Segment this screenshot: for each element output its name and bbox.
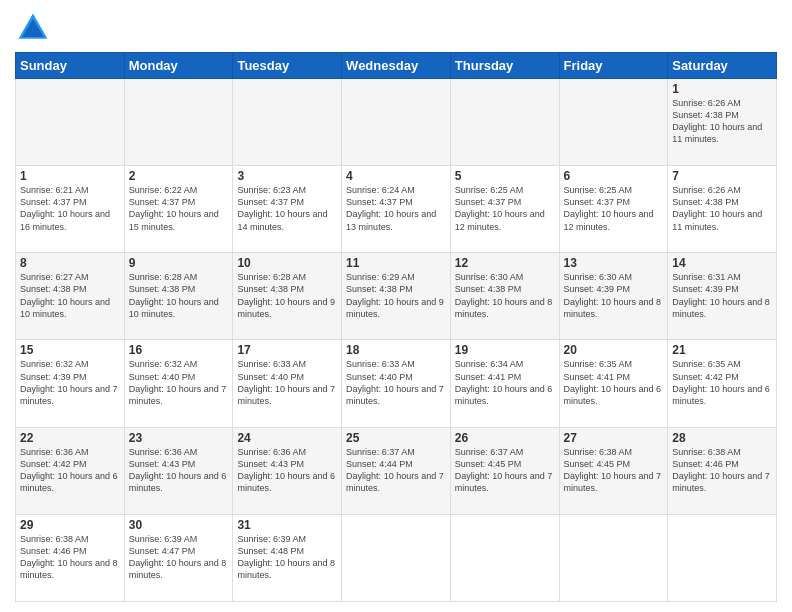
- calendar-cell: 20Sunrise: 6:35 AMSunset: 4:41 PMDayligh…: [559, 340, 668, 427]
- day-header-thursday: Thursday: [450, 53, 559, 79]
- calendar: SundayMondayTuesdayWednesdayThursdayFrid…: [15, 52, 777, 602]
- calendar-cell: 10Sunrise: 6:28 AMSunset: 4:38 PMDayligh…: [233, 253, 342, 340]
- day-info: Sunrise: 6:28 AMSunset: 4:38 PMDaylight:…: [129, 271, 229, 320]
- calendar-cell: 7Sunrise: 6:26 AMSunset: 4:38 PMDaylight…: [668, 166, 777, 253]
- day-info: Sunrise: 6:36 AMSunset: 4:43 PMDaylight:…: [237, 446, 337, 495]
- day-info: Sunrise: 6:38 AMSunset: 4:46 PMDaylight:…: [20, 533, 120, 582]
- page: SundayMondayTuesdayWednesdayThursdayFrid…: [0, 0, 792, 612]
- calendar-cell: [450, 79, 559, 166]
- day-info: Sunrise: 6:22 AMSunset: 4:37 PMDaylight:…: [129, 184, 229, 233]
- day-number: 13: [564, 256, 664, 270]
- day-info: Sunrise: 6:24 AMSunset: 4:37 PMDaylight:…: [346, 184, 446, 233]
- day-info: Sunrise: 6:25 AMSunset: 4:37 PMDaylight:…: [564, 184, 664, 233]
- calendar-cell: [342, 514, 451, 601]
- day-number: 17: [237, 343, 337, 357]
- calendar-cell: 4Sunrise: 6:24 AMSunset: 4:37 PMDaylight…: [342, 166, 451, 253]
- day-number: 29: [20, 518, 120, 532]
- day-number: 28: [672, 431, 772, 445]
- calendar-table: SundayMondayTuesdayWednesdayThursdayFrid…: [15, 52, 777, 602]
- calendar-cell: 5Sunrise: 6:25 AMSunset: 4:37 PMDaylight…: [450, 166, 559, 253]
- calendar-cell: 3Sunrise: 6:23 AMSunset: 4:37 PMDaylight…: [233, 166, 342, 253]
- day-info: Sunrise: 6:38 AMSunset: 4:45 PMDaylight:…: [564, 446, 664, 495]
- logo-icon: [15, 10, 51, 46]
- calendar-cell: 12Sunrise: 6:30 AMSunset: 4:38 PMDayligh…: [450, 253, 559, 340]
- day-info: Sunrise: 6:30 AMSunset: 4:39 PMDaylight:…: [564, 271, 664, 320]
- day-number: 19: [455, 343, 555, 357]
- day-number: 11: [346, 256, 446, 270]
- day-number: 14: [672, 256, 772, 270]
- day-info: Sunrise: 6:30 AMSunset: 4:38 PMDaylight:…: [455, 271, 555, 320]
- calendar-cell: 9Sunrise: 6:28 AMSunset: 4:38 PMDaylight…: [124, 253, 233, 340]
- day-info: Sunrise: 6:31 AMSunset: 4:39 PMDaylight:…: [672, 271, 772, 320]
- day-number: 8: [20, 256, 120, 270]
- calendar-week-1: 1Sunrise: 6:26 AMSunset: 4:38 PMDaylight…: [16, 79, 777, 166]
- day-info: Sunrise: 6:37 AMSunset: 4:44 PMDaylight:…: [346, 446, 446, 495]
- calendar-cell: 19Sunrise: 6:34 AMSunset: 4:41 PMDayligh…: [450, 340, 559, 427]
- calendar-cell: 1Sunrise: 6:26 AMSunset: 4:38 PMDaylight…: [668, 79, 777, 166]
- day-info: Sunrise: 6:33 AMSunset: 4:40 PMDaylight:…: [237, 358, 337, 407]
- day-info: Sunrise: 6:21 AMSunset: 4:37 PMDaylight:…: [20, 184, 120, 233]
- calendar-cell: 26Sunrise: 6:37 AMSunset: 4:45 PMDayligh…: [450, 427, 559, 514]
- day-header-saturday: Saturday: [668, 53, 777, 79]
- calendar-cell: 22Sunrise: 6:36 AMSunset: 4:42 PMDayligh…: [16, 427, 125, 514]
- day-info: Sunrise: 6:32 AMSunset: 4:40 PMDaylight:…: [129, 358, 229, 407]
- calendar-cell: 21Sunrise: 6:35 AMSunset: 4:42 PMDayligh…: [668, 340, 777, 427]
- day-info: Sunrise: 6:28 AMSunset: 4:38 PMDaylight:…: [237, 271, 337, 320]
- day-number: 5: [455, 169, 555, 183]
- day-number: 25: [346, 431, 446, 445]
- day-header-sunday: Sunday: [16, 53, 125, 79]
- calendar-cell: 30Sunrise: 6:39 AMSunset: 4:47 PMDayligh…: [124, 514, 233, 601]
- day-info: Sunrise: 6:27 AMSunset: 4:38 PMDaylight:…: [20, 271, 120, 320]
- calendar-cell: [559, 514, 668, 601]
- day-number: 4: [346, 169, 446, 183]
- day-header-monday: Monday: [124, 53, 233, 79]
- day-info: Sunrise: 6:33 AMSunset: 4:40 PMDaylight:…: [346, 358, 446, 407]
- day-number: 22: [20, 431, 120, 445]
- header-row: SundayMondayTuesdayWednesdayThursdayFrid…: [16, 53, 777, 79]
- day-number: 7: [672, 169, 772, 183]
- day-info: Sunrise: 6:36 AMSunset: 4:42 PMDaylight:…: [20, 446, 120, 495]
- calendar-cell: [342, 79, 451, 166]
- day-number: 12: [455, 256, 555, 270]
- day-number: 16: [129, 343, 229, 357]
- calendar-cell: 28Sunrise: 6:38 AMSunset: 4:46 PMDayligh…: [668, 427, 777, 514]
- day-info: Sunrise: 6:37 AMSunset: 4:45 PMDaylight:…: [455, 446, 555, 495]
- logo: [15, 10, 55, 46]
- header: [15, 10, 777, 46]
- day-number: 21: [672, 343, 772, 357]
- day-header-friday: Friday: [559, 53, 668, 79]
- calendar-week-4: 15Sunrise: 6:32 AMSunset: 4:39 PMDayligh…: [16, 340, 777, 427]
- calendar-week-2: 1Sunrise: 6:21 AMSunset: 4:37 PMDaylight…: [16, 166, 777, 253]
- day-number: 1: [20, 169, 120, 183]
- calendar-cell: 16Sunrise: 6:32 AMSunset: 4:40 PMDayligh…: [124, 340, 233, 427]
- day-number: 23: [129, 431, 229, 445]
- day-info: Sunrise: 6:34 AMSunset: 4:41 PMDaylight:…: [455, 358, 555, 407]
- calendar-cell: 8Sunrise: 6:27 AMSunset: 4:38 PMDaylight…: [16, 253, 125, 340]
- calendar-cell: 18Sunrise: 6:33 AMSunset: 4:40 PMDayligh…: [342, 340, 451, 427]
- calendar-cell: [124, 79, 233, 166]
- day-info: Sunrise: 6:26 AMSunset: 4:38 PMDaylight:…: [672, 184, 772, 233]
- day-number: 10: [237, 256, 337, 270]
- calendar-cell: 31Sunrise: 6:39 AMSunset: 4:48 PMDayligh…: [233, 514, 342, 601]
- day-number: 26: [455, 431, 555, 445]
- calendar-cell: 27Sunrise: 6:38 AMSunset: 4:45 PMDayligh…: [559, 427, 668, 514]
- calendar-cell: [668, 514, 777, 601]
- calendar-cell: [559, 79, 668, 166]
- day-header-wednesday: Wednesday: [342, 53, 451, 79]
- calendar-cell: [450, 514, 559, 601]
- day-number: 18: [346, 343, 446, 357]
- calendar-cell: 11Sunrise: 6:29 AMSunset: 4:38 PMDayligh…: [342, 253, 451, 340]
- day-number: 15: [20, 343, 120, 357]
- calendar-cell: 24Sunrise: 6:36 AMSunset: 4:43 PMDayligh…: [233, 427, 342, 514]
- calendar-week-5: 22Sunrise: 6:36 AMSunset: 4:42 PMDayligh…: [16, 427, 777, 514]
- day-number: 9: [129, 256, 229, 270]
- calendar-cell: 29Sunrise: 6:38 AMSunset: 4:46 PMDayligh…: [16, 514, 125, 601]
- calendar-cell: 15Sunrise: 6:32 AMSunset: 4:39 PMDayligh…: [16, 340, 125, 427]
- day-number: 6: [564, 169, 664, 183]
- calendar-cell: 2Sunrise: 6:22 AMSunset: 4:37 PMDaylight…: [124, 166, 233, 253]
- day-info: Sunrise: 6:39 AMSunset: 4:47 PMDaylight:…: [129, 533, 229, 582]
- day-number: 30: [129, 518, 229, 532]
- day-number: 20: [564, 343, 664, 357]
- calendar-week-3: 8Sunrise: 6:27 AMSunset: 4:38 PMDaylight…: [16, 253, 777, 340]
- day-info: Sunrise: 6:35 AMSunset: 4:42 PMDaylight:…: [672, 358, 772, 407]
